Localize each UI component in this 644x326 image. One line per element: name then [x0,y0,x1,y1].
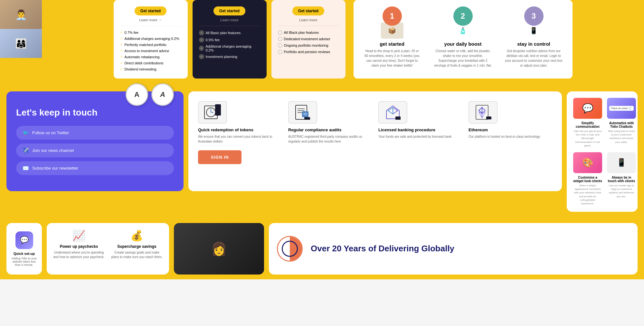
feature-ethereum-title: Ethereum [469,127,552,132]
tidio-title-2: Automatize with Tidio Chatbots [607,121,636,128]
power-up-title: Power up paychecks [53,244,105,249]
feature-compliance-desc: AUSTRAC-registered third-party company a… [288,134,372,144]
sign-in-btn[interactable]: SIGN IN [198,150,242,164]
step-1-title: get started [363,41,421,47]
keep-in-touch-title: Let's keep in touch [16,107,174,118]
newsletter-btn[interactable]: ✉️ Subscribe our newsletter [16,161,174,175]
tidio-desc-2: Start using bots to react to your custom… [607,129,636,144]
power-up-desc: Understand where you're spending and how… [53,250,105,259]
feature-compliance-title: Regular compliance audits [288,127,372,132]
learn-more-basic[interactable]: Learn more → [120,18,181,22]
tidio-item-4: 📱 Always be in touch with clients Use ou… [607,152,636,205]
features-grid: Quick redemption of tokens We ensure tha… [198,101,552,144]
font-icons: A A [126,83,174,106]
get-started-black-btn[interactable]: Get started [213,6,245,15]
app-icon: 💬 [15,231,33,249]
dark-photo-card: 👩 [174,223,264,275]
features-bottom-card: 📈 Power up paychecks Understand where yo… [47,223,169,275]
keep-in-touch-card: A A Let's keep in touch 🐦 Follow us on T… [6,91,184,191]
supercharge-desc: Create savings goals and make plans to m… [111,250,163,259]
power-up-paychecks: 📈 Power up paychecks Understand where yo… [53,229,105,259]
svg-rect-12 [304,117,310,120]
feature-banking: Licensed banking procedure Your funds ar… [378,101,462,144]
premium-features-list: All Black plan features Dedicated invest… [278,26,339,55]
svg-rect-22 [486,116,491,119]
pricing-card-basic: Get started Learn more → ✓ 0.7% fee ✓ Ad… [114,0,188,79]
get-started-basic-btn[interactable]: Get started [135,6,166,15]
step-1-desc: Head to the shop to pick a plan: 20 or 6… [363,49,421,68]
tidio-item-2: Place an order 🛒 Automatize with Tidio C… [607,98,636,147]
feature-banking-title: Licensed banking procedure [378,127,462,132]
tidio-desc-1: Tidio lets you get all your live chat, e… [573,129,602,147]
basic-features-list: ✓ 0.7% fee ✓ Additional charges averagin… [120,26,181,72]
svg-rect-16 [395,116,401,120]
quick-setup-label: Quick set-up [14,252,35,256]
company-circle-icon [277,236,303,262]
news-channel-btn[interactable]: ✈️ Join our news channel [16,144,174,157]
company-title: Over 20 Years of Delivering Globally [311,243,454,254]
tidio-grid: 💬 Simplify communication Tidio lets you … [573,98,631,205]
steps-section: 1 📦 get started Head to the shop to pick… [354,0,573,79]
quick-setup-desc: Adding Tidio to your website takes less … [11,257,37,266]
supercharge-title: Supercharge savings [111,244,163,249]
feature-redemption-title: Quick redemption of tokens [198,127,282,132]
feature-ethereum: Ethereum Our platform is hosted on best-… [469,101,552,144]
step-2: 2 🧴 your daily boost Choose water or mil… [434,6,492,72]
twitter-follow-btn[interactable]: 🐦 Follow us on Twitter [16,126,174,140]
pricing-card-black: Get started Learn more ● All Basic plan … [193,0,267,79]
tidio-title-4: Always be in touch with clients [607,176,636,183]
tidio-title-1: Simplify communication [573,121,602,128]
step-3-title: stay in control [505,41,563,47]
company-card: Over 20 Years of Delivering Globally [269,223,638,275]
feature-ethereum-desc: Our platform is hosted on best-in-class … [469,134,552,139]
feature-redemption: Quick redemption of tokens We ensure tha… [198,101,282,144]
learn-more-premium[interactable]: Learn more [278,18,339,22]
black-features-list: ● All Basic plan features ● 0.5% fee ● A… [199,26,260,60]
feature-compliance: Regular compliance audits AUSTRAC-regist… [288,101,372,144]
pricing-card-premium: Get started Learn more All Black plan fe… [271,0,346,79]
supercharge-savings: 💰 Supercharge savings Create savings goa… [111,229,163,259]
tidio-card: 💬 Simplify communication Tidio lets you … [567,91,638,212]
step-2-title: your daily boost [434,41,492,47]
svg-rect-9 [302,111,308,117]
feature-banking-desc: Your funds are safe and protected by lic… [378,134,462,139]
features-card: Quick redemption of tokens We ensure tha… [188,91,562,191]
step-3: 3 📱 stay in control Get bespoke nutritio… [505,6,563,72]
learn-more-black[interactable]: Learn more [199,18,260,22]
step-3-desc: Get bespoke nutrition advice from our di… [505,49,563,68]
svg-rect-4 [215,104,221,116]
step-2-desc: Choose water or milk, add the powder, sh… [434,49,492,68]
tidio-title-3: Customise a widget look clients [573,176,602,183]
svg-marker-14 [393,107,398,114]
tidio-item-3: 🎨 Customise a widget look clients Make a… [573,152,602,205]
tidio-item-1: 💬 Simplify communication Tidio lets you … [573,98,602,147]
quick-setup-card: 💬 Quick set-up Adding Tidio to your webs… [6,223,42,275]
tidio-desc-4: Use our mobile app to reply to customers… [607,184,636,198]
step-1: 1 📦 get started Head to the shop to pick… [363,6,421,72]
kic-buttons-group: 🐦 Follow us on Twitter ✈️ Join our news … [16,126,174,175]
get-started-premium-btn[interactable]: Get started [292,6,324,15]
svg-marker-15 [388,107,393,114]
feature-redemption-desc: We ensure that you can convert your toke… [198,134,282,144]
tidio-desc-3: Make a widget appearance consistent with… [573,184,602,205]
